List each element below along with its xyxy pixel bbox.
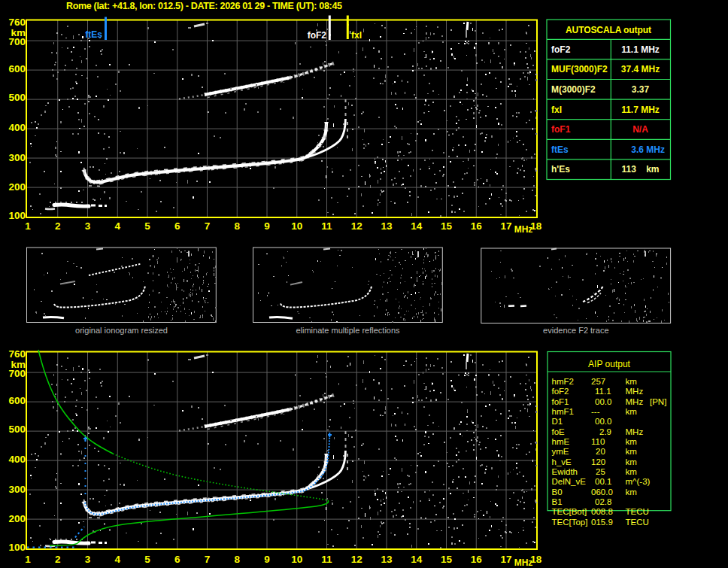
svg-text:008.8: 008.8 [591,507,613,516]
svg-text:10: 10 [291,554,302,565]
svg-text:N/A: N/A [632,124,648,135]
svg-text:700: 700 [8,36,26,47]
svg-text:3: 3 [85,554,91,565]
svg-text:16: 16 [471,554,483,565]
svg-text:foF2: foF2 [551,44,571,55]
svg-text:20: 20 [596,447,605,456]
svg-text:500: 500 [8,92,26,103]
svg-text:foF1: foF1 [551,124,571,135]
svg-text:6: 6 [174,220,180,232]
svg-text:MUF(3000)F2: MUF(3000)F2 [551,64,608,74]
svg-text:8: 8 [234,554,240,565]
svg-text:km: km [626,467,637,476]
svg-text:eliminate multiple reflections: eliminate multiple reflections [296,326,400,335]
svg-text:8: 8 [234,220,240,232]
svg-text:7: 7 [205,554,211,565]
svg-text:2.9: 2.9 [599,427,611,436]
svg-text:h'Es: h'Es [551,164,570,175]
svg-text:5: 5 [144,554,150,565]
svg-text:foE: foE [552,427,566,436]
svg-text:120: 120 [591,457,605,466]
svg-text:hmF1: hmF1 [552,407,574,416]
svg-text:113 km: 113 km [621,164,659,175]
svg-text:ftEs: ftEs [85,29,102,40]
svg-text:9: 9 [264,220,270,232]
svg-text:Rome (lat: +41.8, lon: 012.5): Rome (lat: +41.8, lon: 012.5) - DATE: 20… [66,1,342,11]
svg-text:km: km [626,488,637,497]
svg-text:13: 13 [381,554,393,565]
svg-text:km: km [626,437,637,446]
svg-text:DelN_vE: DelN_vE [552,477,587,486]
svg-text:B0: B0 [552,488,563,497]
svg-text:ymE: ymE [552,447,569,456]
svg-text:AIP output: AIP output [588,359,630,369]
svg-text:110: 110 [591,437,605,446]
svg-text:6: 6 [174,554,180,565]
svg-text:---: --- [591,407,600,416]
svg-text:11: 11 [321,554,332,565]
svg-text:11.7 MHz: 11.7 MHz [621,105,660,115]
svg-text:TEC[Top]: TEC[Top] [552,518,588,527]
svg-text:3.37: 3.37 [632,84,650,95]
svg-text:00.1: 00.1 [595,477,611,486]
svg-text:foF1: foF1 [552,397,569,406]
svg-text:hmE: hmE [552,437,570,446]
svg-text:MHz: MHz [626,427,644,436]
svg-text:4: 4 [114,220,120,232]
svg-text:12: 12 [351,554,362,565]
svg-text:00.0: 00.0 [595,417,611,426]
svg-text:15: 15 [441,220,453,232]
svg-text:17: 17 [500,554,511,565]
svg-text:4: 4 [114,554,120,565]
svg-text:hmF2: hmF2 [552,377,574,386]
svg-text:M(3000)F2: M(3000)F2 [551,84,596,95]
svg-text:1: 1 [25,554,31,565]
svg-text:25: 25 [596,467,605,476]
svg-text:13: 13 [381,220,393,232]
svg-text:km: km [626,457,637,466]
svg-text:11.1 MHz: 11.1 MHz [621,44,660,55]
svg-text:evidence F2 trace: evidence F2 trace [543,326,608,335]
svg-text:37.4 MHz: 37.4 MHz [621,64,660,74]
svg-text:200: 200 [8,181,26,193]
svg-text:12: 12 [351,220,362,232]
svg-text:ftEs: ftEs [551,144,569,155]
svg-text:TECU: TECU [626,518,649,527]
svg-text:2: 2 [55,554,61,565]
svg-text:02.8: 02.8 [595,497,611,506]
svg-text:foF2: foF2 [552,387,569,396]
svg-text:10: 10 [291,220,302,232]
svg-text:00.0: 00.0 [595,397,611,406]
svg-text:km: km [626,377,637,386]
svg-text:760: 760 [8,17,26,28]
svg-text:Ewidth: Ewidth [552,467,578,476]
svg-text:original ionogram resized: original ionogram resized [75,326,168,335]
svg-text:400: 400 [8,122,26,133]
svg-text:[PN]: [PN] [650,397,666,406]
svg-text:fxI: fxI [351,30,362,41]
svg-text:MHz: MHz [514,557,533,568]
svg-text:h_vE: h_vE [552,457,572,466]
svg-text:AUTOSCALA output: AUTOSCALA output [566,25,651,35]
svg-text:015.9: 015.9 [591,518,613,527]
svg-text:2: 2 [55,220,61,232]
svg-text:fxI: fxI [551,105,562,115]
svg-text:B1: B1 [552,497,563,506]
svg-text:km: km [626,447,637,456]
svg-text:5: 5 [144,220,150,232]
svg-text:11.1: 11.1 [595,387,611,396]
svg-text:m^(-3): m^(-3) [626,477,651,486]
svg-text:14: 14 [411,554,423,565]
svg-text:3: 3 [85,220,91,232]
svg-text:TECU: TECU [626,507,649,516]
svg-text:D1: D1 [552,417,563,426]
svg-text:060.0: 060.0 [591,488,613,497]
svg-text:MHz: MHz [626,397,644,406]
svg-text:100: 100 [8,210,26,221]
svg-text:15: 15 [441,554,453,565]
svg-text:17: 17 [500,220,511,232]
svg-text:1: 1 [25,220,31,232]
svg-text:MHz: MHz [514,224,533,235]
svg-text:3.6 MHz: 3.6 MHz [631,144,665,155]
svg-text:foF2: foF2 [308,30,327,41]
